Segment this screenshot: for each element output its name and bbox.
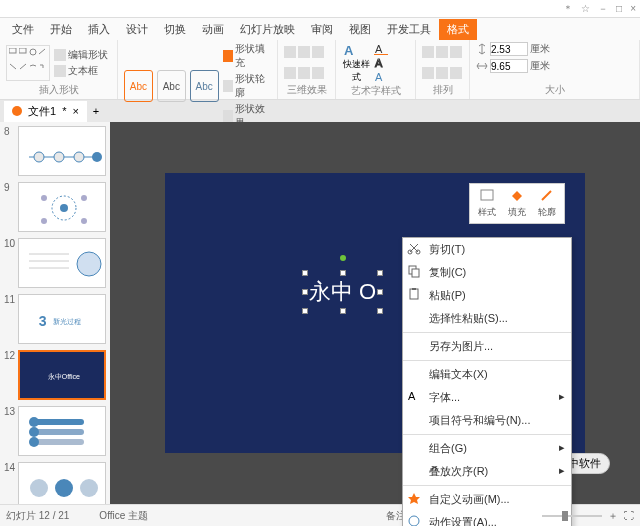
ctx-custom-anim[interactable]: 自定义动画(M)... — [403, 488, 571, 511]
shape-gallery[interactable] — [6, 45, 50, 81]
thumb-10[interactable]: 10 — [4, 238, 106, 288]
svg-point-27 — [29, 427, 39, 437]
ctx-group[interactable]: 组合(G)▸ — [403, 437, 571, 460]
resize-handle[interactable] — [377, 308, 383, 314]
ctx-font[interactable]: A字体...▸ — [403, 386, 571, 409]
width-input-row: 厘米 — [476, 59, 550, 73]
tab-slideshow[interactable]: 幻灯片放映 — [232, 19, 303, 40]
arrange-icon[interactable] — [422, 46, 434, 58]
textbox-button[interactable]: 文本框 — [54, 64, 108, 78]
3d-icon[interactable] — [298, 67, 310, 79]
ctx-bullets[interactable]: 项目符号和编号(N)... — [403, 409, 571, 432]
rotate-handle[interactable] — [340, 255, 346, 261]
shape-style-1[interactable]: Abc — [124, 70, 153, 102]
ribbon: 编辑形状 文本框 插入形状 Abc Abc Abc 形状填充 形状轮廓 形状效果… — [0, 40, 640, 100]
width-icon — [476, 60, 488, 72]
shape-style-3[interactable]: Abc — [190, 70, 219, 102]
resize-handle[interactable] — [340, 270, 346, 276]
thumb-8[interactable]: 8 — [4, 126, 106, 176]
quick-style-button[interactable]: A 快速样式 — [342, 42, 370, 84]
context-menu: 剪切(T) 复制(C) 粘贴(P) 选择性粘贴(S)... 另存为图片... 编… — [402, 237, 572, 526]
document-tabs: 文件1 * × + — [0, 100, 640, 122]
thumb-14[interactable]: 14 — [4, 462, 106, 504]
width-input[interactable] — [490, 59, 528, 73]
thumb-9[interactable]: 9 — [4, 182, 106, 232]
svg-point-30 — [55, 479, 73, 497]
svg-rect-25 — [34, 439, 84, 445]
resize-handle[interactable] — [377, 289, 383, 295]
win-min-icon[interactable]: － — [598, 2, 608, 16]
thumb-12[interactable]: 12永中Office — [4, 350, 106, 400]
height-icon — [476, 43, 488, 55]
edit-shape-button[interactable]: 编辑形状 — [54, 48, 108, 62]
ctx-order[interactable]: 叠放次序(R)▸ — [403, 460, 571, 483]
thumb-13[interactable]: 13 — [4, 406, 106, 456]
tab-view[interactable]: 视图 — [341, 19, 379, 40]
resize-handle[interactable] — [340, 308, 346, 314]
ctx-paste[interactable]: 粘贴(P) — [403, 284, 571, 307]
tab-design[interactable]: 设计 — [118, 19, 156, 40]
ctx-copy[interactable]: 复制(C) — [403, 261, 571, 284]
unsaved-indicator: * — [62, 105, 66, 117]
tab-home[interactable]: 开始 — [42, 19, 80, 40]
ctx-paste-special[interactable]: 选择性粘贴(S)... — [403, 307, 571, 330]
tab-review[interactable]: 审阅 — [303, 19, 341, 40]
tab-file[interactable]: 文件 — [4, 19, 42, 40]
arrange-icon[interactable] — [450, 46, 462, 58]
shape-style-2[interactable]: Abc — [157, 70, 186, 102]
svg-rect-5 — [374, 54, 388, 55]
tab-insert[interactable]: 插入 — [80, 19, 118, 40]
3d-icon[interactable] — [284, 67, 296, 79]
svg-rect-32 — [481, 190, 493, 200]
close-tab-icon[interactable]: × — [72, 105, 78, 117]
resize-handle[interactable] — [377, 270, 383, 276]
wordart-fill[interactable]: A — [374, 43, 388, 55]
wordart-effect[interactable]: A — [374, 71, 388, 83]
resize-handle[interactable] — [302, 308, 308, 314]
height-input[interactable] — [490, 42, 528, 56]
3d-icon[interactable] — [312, 46, 324, 58]
3d-icon[interactable] — [312, 67, 324, 79]
3d-icon[interactable] — [298, 46, 310, 58]
group-label-wordart: 艺术字样式 — [342, 84, 409, 98]
ctx-save-as-image[interactable]: 另存为图片... — [403, 335, 571, 358]
wordart-outline[interactable]: A — [374, 57, 388, 69]
textbox-content: 永中 O — [309, 279, 376, 304]
doc-tab-1[interactable]: 文件1 * × — [4, 101, 87, 122]
arrange-icon[interactable] — [436, 46, 448, 58]
mini-outline-button[interactable]: 轮廓 — [532, 186, 562, 221]
fit-button[interactable]: ⛶ — [624, 510, 634, 521]
resize-handle[interactable] — [302, 289, 308, 295]
group-label-size: 大小 — [476, 83, 633, 97]
slide-counter: 幻灯片 12 / 21 — [6, 509, 69, 523]
win-sync-icon[interactable]: ＊ — [563, 2, 573, 16]
win-max-icon[interactable]: □ — [616, 3, 622, 14]
resize-handle[interactable] — [302, 270, 308, 276]
win-close-icon[interactable]: × — [630, 3, 636, 14]
tab-dev[interactable]: 开发工具 — [379, 19, 439, 40]
ctx-edit-text[interactable]: 编辑文本(X) — [403, 363, 571, 386]
add-tab-button[interactable]: + — [87, 105, 105, 117]
svg-text:A: A — [344, 43, 354, 58]
tab-format[interactable]: 格式 — [439, 19, 477, 40]
shape-outline-button[interactable]: 形状轮廓 — [223, 72, 271, 100]
tab-transition[interactable]: 切换 — [156, 19, 194, 40]
ctx-action[interactable]: 动作设置(A)... — [403, 511, 571, 526]
svg-rect-0 — [9, 48, 16, 53]
zoom-in[interactable]: ＋ — [608, 509, 618, 523]
mini-toolbar: 样式 填充 轮廓 — [469, 183, 565, 224]
thumb-11[interactable]: 113新光过程 — [4, 294, 106, 344]
ctx-cut[interactable]: 剪切(T) — [403, 238, 571, 261]
mini-style-button[interactable]: 样式 — [472, 186, 502, 221]
zoom-slider[interactable] — [542, 515, 602, 517]
svg-point-10 — [54, 152, 64, 162]
mini-fill-button[interactable]: 填充 — [502, 186, 532, 221]
tab-animation[interactable]: 动画 — [194, 19, 232, 40]
arrange-icon[interactable] — [436, 67, 448, 79]
shape-fill-button[interactable]: 形状填充 — [223, 42, 271, 70]
win-star-icon[interactable]: ☆ — [581, 3, 590, 14]
arrange-icon[interactable] — [422, 67, 434, 79]
3d-icon[interactable] — [284, 46, 296, 58]
textbox[interactable]: 永中 O — [305, 273, 380, 311]
arrange-icon[interactable] — [450, 67, 462, 79]
